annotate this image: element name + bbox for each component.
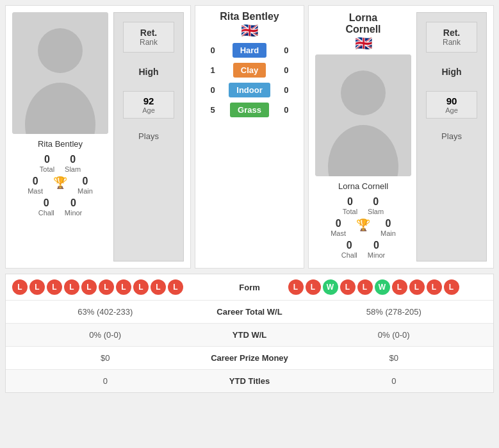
- left-slam-stat: 0 Slam: [65, 154, 81, 173]
- left-minor-label: Minor: [65, 209, 83, 217]
- right-stats-row2: 0 Mast 🏆 0 Main: [331, 218, 396, 237]
- right-age-value: 90: [430, 95, 473, 106]
- right-age-box: 90 Age: [426, 91, 477, 119]
- right-stats-row3: 0 Chall 0 Minor: [341, 240, 386, 259]
- form-badge-l: L: [427, 279, 442, 295]
- left-avatar-silhouette: [12, 12, 108, 134]
- hard-badge-cell: Hard: [226, 40, 272, 60]
- left-mast-value: 0: [33, 176, 38, 187]
- grass-left-score: 5: [199, 100, 226, 120]
- left-stats-row3: 0 Chall 0 Minor: [38, 197, 83, 217]
- left-rank-value: Ret.: [129, 28, 168, 38]
- right-prize: $0: [301, 353, 487, 363]
- prize-label: Career Prize Money: [199, 353, 301, 363]
- right-chall-stat: 0 Chall: [341, 240, 357, 259]
- left-age-box: 92 Age: [123, 91, 174, 119]
- right-name-top: Lorna Cornell: [345, 12, 380, 35]
- right-slam-value: 0: [373, 196, 379, 208]
- ytd-wl-label: YTD W/L: [199, 330, 301, 340]
- left-main-label: Main: [78, 187, 93, 195]
- right-main-label: Main: [380, 229, 396, 237]
- left-mast-label: Mast: [28, 187, 43, 195]
- right-total-stat: 0 Total: [343, 196, 357, 215]
- left-ytd-titles: 0: [12, 376, 199, 386]
- indoor-badge: Indoor: [229, 83, 270, 97]
- clay-badge: Clay: [233, 63, 266, 78]
- hard-badge: Hard: [233, 43, 267, 58]
- left-plays-label: Plays: [138, 128, 159, 145]
- hard-right-score: 0: [273, 40, 300, 60]
- right-minor-value: 0: [373, 240, 379, 251]
- form-badge-l: L: [444, 279, 459, 295]
- form-row: LLLLLLLLLL Form LLWLLWLLLL: [6, 274, 493, 301]
- right-rank-label: Rank: [432, 38, 471, 47]
- clay-left-score: 1: [199, 60, 226, 80]
- main-container: Rita Bentley 0 Total 0 Slam 0 Mast: [0, 0, 499, 398]
- ytd-titles-row: 0 YTD Titles 0: [6, 370, 493, 392]
- ytd-titles-label: YTD Titles: [199, 376, 301, 386]
- form-badge-l: L: [47, 279, 62, 295]
- surface-row-hard: 0 Hard 0: [199, 40, 300, 60]
- form-badge-l: L: [168, 279, 183, 295]
- right-trophy-icon: 🏆: [356, 218, 370, 237]
- form-badge-l: L: [306, 279, 321, 295]
- form-badge-w: W: [323, 279, 338, 295]
- right-avatar-silhouette: [315, 54, 411, 176]
- form-badge-w: W: [375, 279, 390, 295]
- left-ytd-wl: 0% (0-0): [12, 330, 199, 340]
- left-mast-stat: 0 Mast: [28, 176, 43, 195]
- left-chall-label: Chall: [38, 209, 54, 217]
- left-minor-stat: 0 Minor: [65, 197, 83, 217]
- right-plays-label: Plays: [441, 128, 462, 145]
- right-age-label: Age: [430, 106, 473, 114]
- left-player-name-top: Rita Bentley 🇬🇧: [220, 6, 279, 40]
- grass-badge-cell: Grass: [226, 100, 272, 120]
- left-total-label: Total: [40, 165, 54, 173]
- right-ytd-titles: 0: [301, 376, 487, 386]
- right-minor-stat: 0 Minor: [368, 240, 386, 259]
- clay-right-score: 0: [273, 60, 300, 80]
- indoor-right-score: 0: [273, 80, 300, 100]
- left-slam-label: Slam: [65, 165, 81, 173]
- surface-row-grass: 5 Grass 0: [199, 100, 300, 120]
- right-form-badges: LLWLLWLLLL: [288, 279, 487, 295]
- career-wl-row: 63% (402-233) Career Total W/L 58% (278-…: [6, 301, 493, 324]
- left-player-card: Rita Bentley 0 Total 0 Slam 0 Mast: [5, 5, 191, 269]
- indoor-badge-cell: Indoor: [226, 80, 272, 100]
- right-mast-value: 0: [336, 218, 341, 229]
- left-slam-value: 0: [70, 154, 76, 165]
- right-stats-row1: 0 Total 0 Slam: [343, 196, 384, 215]
- form-badge-l: L: [81, 279, 97, 295]
- left-age-label: Age: [127, 106, 170, 114]
- right-stat-box: Ret. Rank High 90 Age Plays: [416, 12, 487, 261]
- grass-badge: Grass: [230, 103, 269, 117]
- left-form-badges: LLLLLLLLLL: [12, 279, 211, 295]
- left-minor-value: 0: [70, 197, 76, 209]
- left-player-avatar: [12, 12, 108, 134]
- right-chall-value: 0: [347, 240, 352, 251]
- form-badge-l: L: [409, 279, 425, 295]
- left-trophy-icon: 🏆: [53, 176, 67, 195]
- form-badge-l: L: [133, 279, 149, 295]
- right-slam-label: Slam: [368, 208, 384, 215]
- left-avatar-col: Rita Bentley 0 Total 0 Slam 0 Mast: [12, 12, 108, 261]
- right-main-value: 0: [385, 218, 391, 229]
- right-chall-label: Chall: [341, 251, 357, 259]
- right-ytd-wl: 0% (0-0): [301, 330, 487, 340]
- left-main-value: 0: [82, 176, 88, 187]
- surface-row-indoor: 0 Indoor 0: [199, 80, 300, 100]
- left-career-wl: 63% (402-233): [12, 307, 199, 317]
- left-chall-stat: 0 Chall: [38, 197, 54, 217]
- right-mast-stat: 0 Mast: [331, 218, 346, 237]
- right-player-name-top: Lorna Cornell 🇬🇧: [345, 12, 380, 54]
- right-minor-label: Minor: [368, 251, 386, 259]
- left-high-label: High: [138, 62, 158, 82]
- right-player-card: Ret. Rank High 90 Age Plays Lorna Cornel…: [308, 5, 494, 269]
- indoor-left-score: 0: [199, 80, 226, 100]
- right-flag-top: 🇬🇧: [345, 35, 380, 52]
- form-badge-l: L: [288, 279, 304, 295]
- surface-table: 0 Hard 0 1 Clay 0 0 Indoor 0 5 Grass: [199, 40, 300, 120]
- bottom-stats-section: LLLLLLLLLL Form LLWLLWLLLL 63% (402-233)…: [5, 274, 494, 393]
- right-slam-stat: 0 Slam: [368, 196, 384, 215]
- form-badge-l: L: [340, 279, 356, 295]
